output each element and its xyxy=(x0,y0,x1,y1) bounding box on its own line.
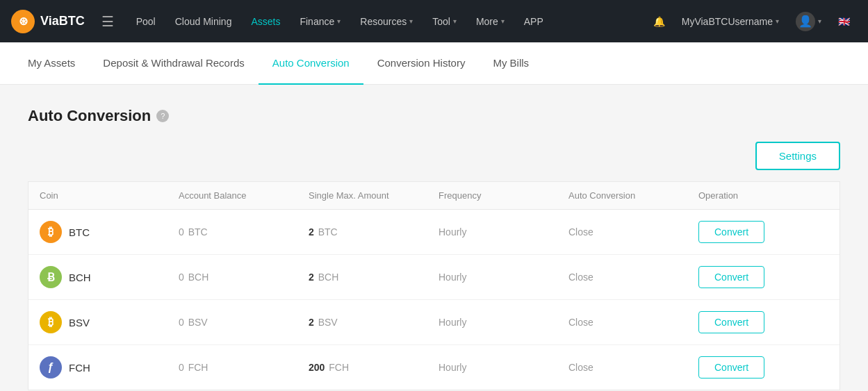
nav-finance-label: Finance xyxy=(300,16,334,27)
op-cell-bsv: Convert xyxy=(698,311,828,333)
subnav-auto-conversion-label: Auto Conversion xyxy=(272,57,350,69)
info-icon[interactable]: ? xyxy=(156,110,169,122)
status-cell-bch: Close xyxy=(568,272,698,283)
balance-cell-bsv: 0 BSV xyxy=(179,317,309,328)
hamburger-icon[interactable]: ☰ xyxy=(96,10,120,33)
col-header-balance: Account Balance xyxy=(179,190,309,201)
nav-tool-arrow: ▾ xyxy=(453,17,457,25)
amount-cell-fch: 200 FCH xyxy=(309,362,439,373)
navbar: ⊛ ViaBTC ☰ Pool Cloud Mining Assets Fina… xyxy=(0,0,868,42)
btc-icon: ₿ xyxy=(40,221,62,243)
nav-app[interactable]: APP xyxy=(516,0,552,42)
nav-resources-label: Resources xyxy=(360,16,407,27)
amount-num-bch: 2 xyxy=(309,272,314,283)
logo[interactable]: ⊛ ViaBTC xyxy=(11,10,85,33)
fch-icon: ƒ xyxy=(40,356,62,378)
username-label: MyViaBTCUsername xyxy=(682,16,773,27)
settings-row: Settings xyxy=(28,142,840,170)
table-row: ₿ BTC 0 BTC 2 BTC Hourly Close Convert xyxy=(28,210,840,255)
amount-cell-bch: 2 BCH xyxy=(309,272,439,283)
coin-cell-bsv: ₿ BSV xyxy=(40,311,179,333)
nav-finance[interactable]: Finance ▾ xyxy=(291,0,349,42)
coin-name-fch: FCH xyxy=(69,362,90,374)
status-cell-bsv: Close xyxy=(568,317,698,328)
balance-num-fch: 0 xyxy=(179,362,184,373)
balance-unit-bch: BCH xyxy=(188,272,209,283)
nav-assets[interactable]: Assets xyxy=(243,0,288,42)
user-avatar[interactable]: 👤 ▾ xyxy=(789,0,828,42)
nav-finance-arrow: ▾ xyxy=(337,17,341,25)
subnav-my-assets-label: My Assets xyxy=(28,57,75,69)
nav-more-arrow: ▾ xyxy=(501,17,505,25)
username-menu[interactable]: MyViaBTCUsername ▾ xyxy=(675,0,786,42)
subnav-my-assets[interactable]: My Assets xyxy=(28,42,89,85)
amount-unit-bsv: BSV xyxy=(318,317,338,328)
coin-name-bsv: BSV xyxy=(69,317,90,328)
amount-num-btc: 2 xyxy=(309,226,314,238)
balance-cell-bch: 0 BCH xyxy=(179,272,309,283)
amount-cell-btc: 2 BTC xyxy=(309,226,439,238)
balance-cell-btc: 0 BTC xyxy=(179,226,309,238)
nav-assets-label: Assets xyxy=(251,16,280,27)
balance-unit-bsv: BSV xyxy=(188,317,208,328)
nav-resources[interactable]: Resources ▾ xyxy=(352,0,421,42)
coin-cell-btc: ₿ BTC xyxy=(40,221,179,243)
freq-cell-btc: Hourly xyxy=(439,226,568,238)
flag-icon: 🇬🇧 xyxy=(838,16,850,27)
convert-button-bch[interactable]: Convert xyxy=(698,266,764,288)
balance-num-btc: 0 xyxy=(179,226,184,238)
subnav-deposit-withdrawal-label: Deposit & Withdrawal Records xyxy=(103,57,244,69)
subnav: My Assets Deposit & Withdrawal Records A… xyxy=(0,42,868,85)
col-header-coin: Coin xyxy=(40,190,179,201)
subnav-conversion-history[interactable]: Conversion History xyxy=(363,42,480,85)
main-content: Auto Conversion ? Settings Coin Account … xyxy=(0,85,868,391)
nav-cloud-mining-label: Cloud Mining xyxy=(175,16,232,27)
nav-more-label: More xyxy=(476,16,498,27)
amount-unit-btc: BTC xyxy=(318,226,338,238)
bsv-icon: ₿ xyxy=(40,311,62,333)
balance-unit-btc: BTC xyxy=(188,226,208,238)
freq-cell-bch: Hourly xyxy=(439,272,568,283)
settings-button[interactable]: Settings xyxy=(755,142,840,170)
convert-button-btc[interactable]: Convert xyxy=(698,221,764,243)
language-selector[interactable]: 🇬🇧 xyxy=(831,0,857,42)
balance-num-bsv: 0 xyxy=(179,317,184,328)
col-header-auto-conversion: Auto Conversion xyxy=(568,190,698,201)
coin-cell-bch: Ƀ BCH xyxy=(40,266,179,288)
coin-name-bch: BCH xyxy=(69,272,91,283)
nav-app-label: APP xyxy=(524,16,543,27)
subnav-conversion-history-label: Conversion History xyxy=(377,57,466,69)
user-arrow: ▾ xyxy=(818,17,821,25)
op-cell-bch: Convert xyxy=(698,266,828,288)
convert-button-fch[interactable]: Convert xyxy=(698,356,764,378)
coin-name-btc: BTC xyxy=(69,226,90,238)
bell-icon[interactable]: 🔔 xyxy=(646,0,672,42)
subnav-my-bills[interactable]: My Bills xyxy=(479,42,543,85)
convert-button-bsv[interactable]: Convert xyxy=(698,311,764,333)
logo-text: ViaBTC xyxy=(40,14,85,28)
col-header-frequency: Frequency xyxy=(439,190,568,201)
table-row: ₿ BSV 0 BSV 2 BSV Hourly Close Convert xyxy=(28,300,840,345)
subnav-auto-conversion[interactable]: Auto Conversion xyxy=(259,42,363,85)
nav-tool[interactable]: Tool ▾ xyxy=(424,0,465,42)
op-cell-btc: Convert xyxy=(698,221,828,243)
section-title: Auto Conversion xyxy=(28,107,151,125)
nav-pool[interactable]: Pool xyxy=(128,0,164,42)
navbar-right: 🔔 MyViaBTCUsername ▾ 👤 ▾ 🇬🇧 xyxy=(646,0,857,42)
table-row: ƒ FCH 0 FCH 200 FCH Hourly Close Convert xyxy=(28,345,840,390)
col-header-amount: Single Max. Amount xyxy=(309,190,439,201)
table-row: Ƀ BCH 0 BCH 2 BCH Hourly Close Convert xyxy=(28,255,840,300)
subnav-deposit-withdrawal[interactable]: Deposit & Withdrawal Records xyxy=(89,42,258,85)
nav-more[interactable]: More ▾ xyxy=(468,0,513,42)
nav-resources-arrow: ▾ xyxy=(409,17,413,25)
bch-icon: Ƀ xyxy=(40,266,62,288)
nav-tool-label: Tool xyxy=(432,16,450,27)
coin-cell-fch: ƒ FCH xyxy=(40,356,179,378)
nav-cloud-mining[interactable]: Cloud Mining xyxy=(167,0,240,42)
table-header: Coin Account Balance Single Max. Amount … xyxy=(28,182,840,210)
amount-cell-bsv: 2 BSV xyxy=(309,317,439,328)
amount-unit-fch: FCH xyxy=(329,362,349,373)
status-cell-fch: Close xyxy=(568,362,698,373)
amount-num-fch: 200 xyxy=(309,362,325,373)
freq-cell-bsv: Hourly xyxy=(439,317,568,328)
